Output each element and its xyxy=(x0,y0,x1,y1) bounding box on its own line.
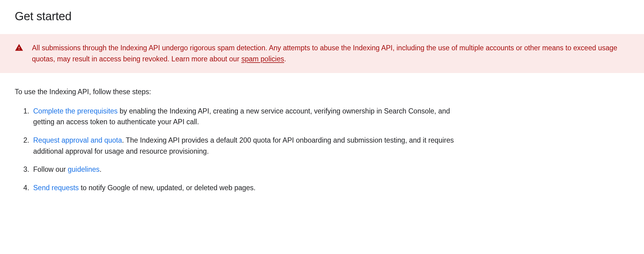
warning-text-before: All submissions through the Indexing API… xyxy=(32,44,617,63)
step-item: Follow our guidelines. xyxy=(33,164,457,175)
step-item: Send requests to notify Google of new, u… xyxy=(33,183,457,194)
send-requests-link[interactable]: Send requests xyxy=(33,184,79,192)
step-text-before: Follow our xyxy=(33,165,68,173)
step-text: to notify Google of new, updated, or del… xyxy=(79,184,255,192)
steps-list: Complete the prerequisites by enabling t… xyxy=(15,106,457,194)
step-item: Request approval and quota. The Indexing… xyxy=(33,135,457,157)
step-text: . xyxy=(100,165,101,173)
complete-prerequisites-link[interactable]: Complete the prerequisites xyxy=(33,107,118,115)
section-heading: Get started xyxy=(15,10,629,23)
guidelines-link[interactable]: guidelines xyxy=(68,165,100,173)
request-approval-link[interactable]: Request approval and quota xyxy=(33,136,122,144)
warning-icon xyxy=(15,43,23,52)
intro-text: To use the Indexing API, follow these st… xyxy=(15,87,629,97)
warning-text-after: . xyxy=(284,55,286,63)
warning-callout: All submissions through the Indexing API… xyxy=(0,34,644,73)
step-item: Complete the prerequisites by enabling t… xyxy=(33,106,457,128)
spam-policies-link[interactable]: spam policies xyxy=(241,55,284,63)
warning-text: All submissions through the Indexing API… xyxy=(32,43,629,64)
